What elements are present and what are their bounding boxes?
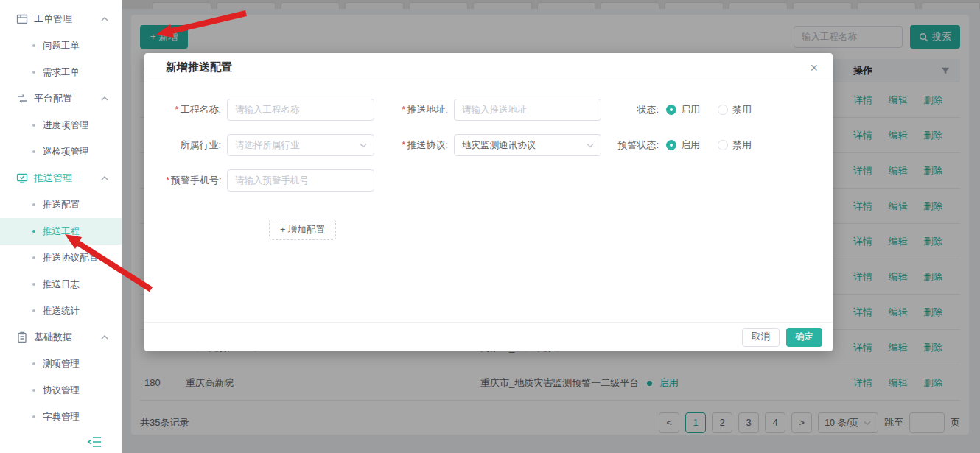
sidebar-item-demand-order[interactable]: 需求工单 [0,59,122,85]
radio-unselected-icon [718,140,728,150]
confirm-button[interactable]: 确定 [786,328,822,347]
sidebar-item-push-stats[interactable]: 推送统计 [0,298,122,324]
status-radio-enable[interactable]: 启用 [666,103,700,116]
project-name-label: 工程名称: [180,104,221,115]
platform-config-icon [16,93,28,105]
sidebar-item-push-manage[interactable]: 推送管理 [0,165,122,192]
push-manage-icon [16,172,28,184]
required-mark: * [402,104,405,115]
industry-label: 所属行业: [166,138,221,152]
warn-status-radio-enable[interactable]: 启用 [666,138,700,152]
sidebar-item-work-order[interactable]: 工单管理 [0,6,122,32]
status-radio-disable[interactable]: 禁用 [718,103,752,116]
required-mark: * [175,104,178,115]
radio-selected-icon [666,140,676,150]
warn-phone-label: 预警手机号: [171,175,222,186]
chevron-up-icon [101,334,108,340]
industry-select[interactable]: 请选择所属行业 [227,134,374,156]
push-protocol-label: 推送协议: [407,139,448,150]
radio-unselected-icon [718,105,728,115]
sidebar-item-push-project[interactable]: 推送工程 [0,218,122,245]
sidebar-item-platform-config[interactable]: 平台配置 [0,85,122,112]
status-radio-group: 启用 禁用 [666,103,752,116]
dialog-title: 新增推送配置 [166,60,232,74]
sidebar-item-dict-manage[interactable]: 字典管理 [0,404,122,430]
sidebar-item-push-config[interactable]: 推送配置 [0,192,122,218]
sidebar: 工单管理 问题工单 需求工单 平台配置 进度项管理 巡检项管理 推送管理 推送配… [0,0,122,453]
add-push-config-dialog: 新增推送配置 × *工程名称: *推送地址: 状态: 启用 禁用 所属行 [144,53,833,351]
push-protocol-select[interactable]: 地灾监测通讯协议 [454,134,601,156]
cancel-button[interactable]: 取消 [742,328,780,347]
sidebar-item-push-protocol-config[interactable]: 推送协议配置 [0,245,122,271]
work-order-icon [16,13,28,25]
required-mark: * [402,139,405,150]
radio-selected-icon [666,105,676,115]
chevron-down-icon [586,143,595,148]
push-address-label: 推送地址: [407,104,448,115]
sidebar-item-inspection-manage[interactable]: 巡检项管理 [0,138,122,165]
chevron-up-icon [101,16,108,22]
chevron-up-icon [101,175,108,181]
sidebar-item-push-log[interactable]: 推送日志 [0,271,122,298]
warn-status-radio-group: 启用 禁用 [666,138,752,152]
base-data-icon [16,331,28,343]
sidebar-item-progress-manage[interactable]: 进度项管理 [0,112,122,138]
required-mark: * [166,175,169,186]
sidebar-item-survey-manage[interactable]: 测项管理 [0,351,122,377]
sidebar-item-protocol-manage[interactable]: 协议管理 [0,377,122,404]
close-icon[interactable]: × [810,61,818,74]
project-name-input[interactable] [227,99,374,121]
sidebar-collapse-icon[interactable] [87,436,102,448]
warn-status-radio-disable[interactable]: 禁用 [718,138,752,152]
status-label: 状态: [609,103,659,116]
add-config-button[interactable]: + 增加配置 [269,220,336,240]
chevron-down-icon [359,143,368,148]
sidebar-item-base-data[interactable]: 基础数据 [0,324,122,351]
plus-icon: + [280,225,285,235]
push-address-input[interactable] [454,99,601,121]
warn-phone-input[interactable] [227,169,374,192]
chevron-up-icon [101,96,108,102]
warn-status-label: 预警状态: [609,138,659,152]
sidebar-item-problem-order[interactable]: 问题工单 [0,32,122,59]
